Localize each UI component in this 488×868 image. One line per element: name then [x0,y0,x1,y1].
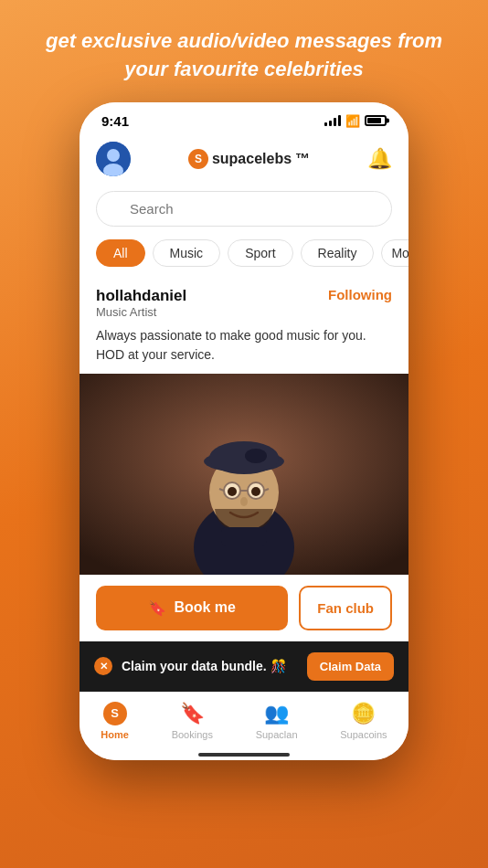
celebrity-role: Music Artist [96,305,186,319]
action-buttons: 🔖 Book me Fan club [80,575,408,641]
battery-icon [365,115,387,126]
app-header: S supacelebs™ 🔔 [80,134,408,187]
bottom-nav: S Home 🔖 Bookings 👥 Supaclan 🪙 Supacoins [80,692,408,755]
celebrity-bio: Always passionate to make good music for… [80,326,408,374]
nav-supaclan-label: Supaclan [256,729,298,740]
logo-s-icon: S [188,149,208,169]
search-container: 🔍 [80,187,408,236]
filter-reality[interactable]: Reality [301,239,375,267]
nav-bookings-label: Bookings [172,729,213,740]
book-me-button[interactable]: 🔖 Book me [96,586,288,630]
supacoins-icon: 🪙 [351,702,376,725]
phone-screen: 9:41 📶 [80,102,408,760]
wifi-icon: 📶 [345,114,360,128]
celeb-name-section: hollahdaniel Music Artist [96,287,186,319]
search-wrapper: 🔍 [96,191,392,227]
nav-home[interactable]: S Home [101,702,129,740]
indicator-line [198,753,290,757]
promo-banner: ✕ Claim your data bundle. 🎊 Claim Data [80,641,408,692]
bookmark-icon: 🔖 [148,599,166,617]
filter-more[interactable]: Mo... [381,239,408,267]
nav-supacoins[interactable]: 🪙 Supacoins [340,702,387,740]
svg-point-20 [240,497,248,506]
nav-home-label: Home [101,729,129,740]
nav-bookings[interactable]: 🔖 Bookings [172,702,213,740]
svg-point-10 [245,449,267,463]
filter-all[interactable]: All [96,239,145,267]
status-time: 9:41 [101,113,129,129]
filter-music[interactable]: Music [153,239,221,267]
search-input[interactable] [96,191,392,227]
svg-point-9 [209,441,279,474]
svg-point-13 [228,487,237,496]
promo-close-button[interactable]: ✕ [94,657,112,675]
nav-supaclan[interactable]: 👥 Supaclan [256,702,298,740]
bookings-icon: 🔖 [180,702,205,725]
fan-club-button[interactable]: Fan club [299,586,392,630]
notification-bell-icon[interactable]: 🔔 [367,147,392,171]
status-bar: 9:41 📶 [80,102,408,134]
celebrity-image [80,374,408,575]
claim-data-button[interactable]: Claim Data [307,652,394,681]
signal-icon [324,115,341,126]
celebrity-name: hollahdaniel [96,287,186,305]
supaclan-icon: 👥 [264,702,289,725]
svg-point-14 [251,487,260,496]
filter-pills: All Music Sport Reality Mo... [80,236,408,278]
status-icons: 📶 [324,114,387,128]
filter-sport[interactable]: Sport [228,239,292,267]
celebrity-card: hollahdaniel Music Artist Following Alwa… [80,278,408,575]
promo-text: Claim your data bundle. 🎊 [122,659,307,673]
svg-rect-21 [221,527,267,545]
nav-supacoins-label: Supacoins [340,729,387,740]
app-logo: S supacelebs™ [188,149,310,169]
celebrity-info: hollahdaniel Music Artist Following [80,278,408,326]
home-icon: S [103,702,127,725]
home-indicator [80,755,408,760]
avatar[interactable] [96,142,131,176]
phone-frame: 9:41 📶 [80,102,408,868]
celebrity-photo-svg [80,374,408,575]
following-button[interactable]: Following [328,287,392,302]
svg-point-1 [107,149,120,162]
tagline: get exclusive audio/video messages from … [0,0,488,102]
